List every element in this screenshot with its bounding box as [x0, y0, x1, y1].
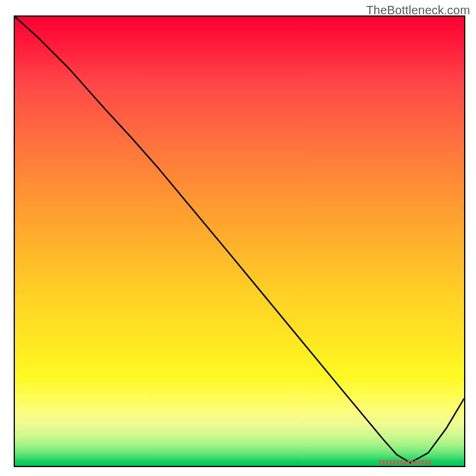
optimal-range-marker — [379, 460, 433, 465]
curve-path — [15, 17, 464, 463]
attribution-text: TheBottleneck.com — [366, 4, 470, 17]
bottleneck-curve — [15, 17, 464, 466]
bottleneck-chart-area — [15, 17, 464, 466]
